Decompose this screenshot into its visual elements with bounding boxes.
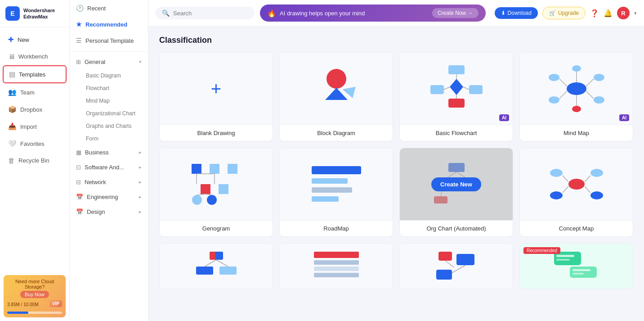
upgrade-button[interactable]: 🛒 Upgrade xyxy=(542,7,586,19)
sidebar-item-dropbox[interactable]: 📦 Dropbox xyxy=(3,101,67,118)
sub-basic-diagram[interactable]: Basic Diagram xyxy=(70,69,148,82)
top-bar: 🔍 🔥 AI drawing helps open your mind Crea… xyxy=(148,0,644,27)
svg-line-62 xyxy=(216,260,228,267)
middle-divider xyxy=(70,51,148,52)
middle-item-personal-template[interactable]: ☰ Personal Template xyxy=(70,32,148,49)
search-box[interactable]: 🔍 xyxy=(156,7,255,19)
svg-rect-75 xyxy=(570,267,597,278)
svg-rect-60 xyxy=(219,267,237,275)
bell-icon[interactable]: 🔔 xyxy=(604,9,613,18)
svg-rect-58 xyxy=(210,252,215,260)
mindmap-svg xyxy=(547,64,606,113)
svg-line-36 xyxy=(206,194,212,195)
new-icon: ✚ xyxy=(8,36,14,44)
svg-point-31 xyxy=(207,195,217,205)
card-preview-orgchart: Create New xyxy=(400,148,513,220)
category-software-label: Software And... xyxy=(85,164,124,171)
card-label-roadmap: RoadMap xyxy=(280,220,393,236)
middle-item-recommended[interactable]: ★ Recommended xyxy=(70,16,148,32)
card-flowchart[interactable]: AI Basic Flowchart xyxy=(399,52,513,141)
section-title: Classification xyxy=(159,36,633,45)
search-icon: 🔍 xyxy=(162,9,170,17)
card-bottom-3[interactable] xyxy=(399,243,513,289)
team-icon: 👥 xyxy=(8,88,17,96)
card-orgchart[interactable]: Create New Org Chart (Automated) xyxy=(399,148,513,237)
sidebar-item-new[interactable]: ✚ New xyxy=(3,32,67,48)
sub-flowchart[interactable]: Flowchart xyxy=(70,82,148,95)
svg-rect-7 xyxy=(469,85,483,94)
card-bottom-4[interactable]: Recommended xyxy=(519,243,633,289)
category-engineering[interactable]: 📅 Engineering ▸ xyxy=(70,190,148,204)
help-icon[interactable]: ❓ xyxy=(590,9,599,18)
middle-item-recent[interactable]: 🕐 Recent xyxy=(70,0,148,16)
sub-form[interactable]: Form xyxy=(70,132,148,145)
chevron-right-design-icon: ▸ xyxy=(139,209,142,215)
svg-point-51 xyxy=(550,191,563,199)
sub-graphs-charts[interactable]: Graphs and Charts xyxy=(70,120,148,132)
sidebar-item-workbench[interactable]: 🖥 Workbench xyxy=(3,49,67,64)
ai-create-button[interactable]: Create Now → xyxy=(432,8,479,18)
svg-point-14 xyxy=(594,74,604,81)
svg-rect-63 xyxy=(314,252,359,258)
card-label-blank: Blank Drawing xyxy=(160,125,273,141)
tree1-svg xyxy=(194,249,239,283)
buy-now-button[interactable]: Buy Now xyxy=(20,291,49,298)
card-conceptmap[interactable]: Concept Map xyxy=(519,148,633,237)
ai-badge-mindmap: AI xyxy=(619,114,629,121)
category-network[interactable]: ⊟ Network ▸ xyxy=(70,175,148,190)
sidebar-item-templates[interactable]: ▤ Templates xyxy=(3,65,67,83)
download-button[interactable]: ⬇ Download xyxy=(495,7,538,19)
flowchart-svg xyxy=(429,62,483,116)
card-roadmap[interactable]: RoadMap xyxy=(279,148,393,237)
create-new-button[interactable]: Create New xyxy=(431,177,481,191)
sidebar-item-recycle[interactable]: 🗑 Recycle Bin xyxy=(3,153,67,168)
category-general[interactable]: ⊞ General ▾ xyxy=(70,54,148,69)
card-blank[interactable]: + Blank Drawing xyxy=(159,52,273,141)
middle-item-recommended-label: Recommended xyxy=(85,21,127,28)
card-bottom-1[interactable] xyxy=(159,243,273,289)
avatar[interactable]: R xyxy=(617,7,630,19)
search-input[interactable] xyxy=(173,10,245,17)
app-name: Wondershare EdrawMax xyxy=(23,7,55,20)
folder1-svg xyxy=(434,249,479,283)
sidebar-item-team[interactable]: 👥 Team xyxy=(3,84,67,100)
chevron-down-icon[interactable]: ▾ xyxy=(634,10,637,16)
category-software[interactable]: ⊡ Software And... ▸ xyxy=(70,160,148,175)
svg-rect-76 xyxy=(572,269,590,271)
svg-point-30 xyxy=(192,195,202,205)
sub-org-chart[interactable]: Organizational Chart xyxy=(70,107,148,120)
personal-template-icon: ☰ xyxy=(76,37,82,44)
table1-svg xyxy=(312,249,361,283)
card-mindmap[interactable]: AI Mind Map xyxy=(519,52,633,141)
create-new-overlay: Create New xyxy=(400,148,513,220)
chat1-svg xyxy=(552,249,601,283)
sidebar-item-recycle-label: Recycle Bin xyxy=(18,157,49,164)
card-bottom-2[interactable] xyxy=(279,243,393,289)
sidebar-item-favorites[interactable]: 🤍 Favorites xyxy=(3,136,67,152)
storage-promo[interactable]: Need more Cloud Storage? Buy Now 3.85M /… xyxy=(4,275,66,317)
svg-rect-25 xyxy=(192,164,201,174)
svg-line-21 xyxy=(559,91,567,99)
ai-banner[interactable]: 🔥 AI drawing helps open your mind Create… xyxy=(260,5,486,22)
storage-bar xyxy=(7,312,28,314)
card-genogram[interactable]: Genogram xyxy=(159,148,273,237)
card-label-flowchart: Basic Flowchart xyxy=(400,125,513,141)
sidebar-item-import[interactable]: 📥 Import xyxy=(3,118,67,135)
middle-item-personal-label: Personal Template xyxy=(85,37,134,44)
svg-line-11 xyxy=(463,87,469,90)
svg-line-71 xyxy=(452,265,465,273)
download-icon: ⬇ xyxy=(501,10,505,16)
svg-line-53 xyxy=(563,176,568,182)
svg-point-17 xyxy=(572,65,581,72)
svg-line-22 xyxy=(586,91,594,99)
network-icon: ⊟ xyxy=(76,179,81,185)
category-design[interactable]: 📅 Design ▸ xyxy=(70,204,148,219)
sub-mind-map[interactable]: Mind Map xyxy=(70,95,148,107)
design-icon: 📅 xyxy=(76,208,83,215)
card-block[interactable]: Block Diagram xyxy=(279,52,393,141)
svg-line-70 xyxy=(445,261,454,267)
vip-badge: VIP xyxy=(49,300,62,307)
templates-icon: ▤ xyxy=(9,70,15,78)
category-business[interactable]: ▦ Business ▸ xyxy=(70,145,148,160)
logo-area[interactable]: E Wondershare EdrawMax xyxy=(0,0,69,27)
